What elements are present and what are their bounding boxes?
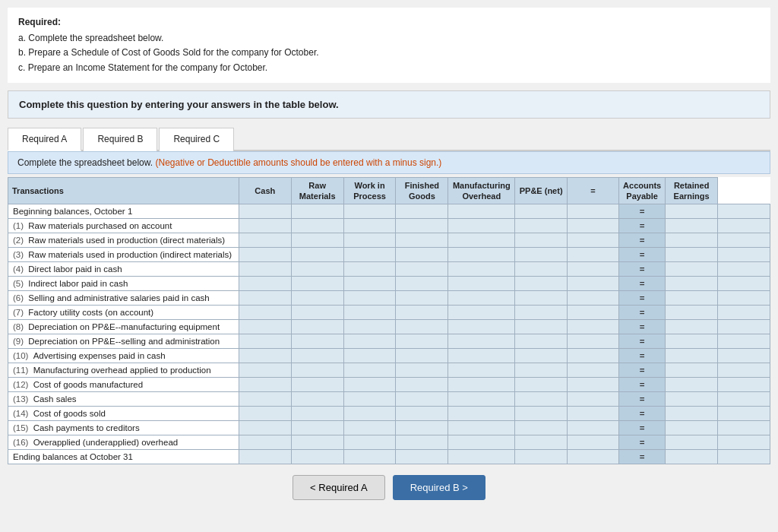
- finished-goods-cell[interactable]: [396, 219, 448, 233]
- raw-materials-cell[interactable]: [291, 334, 343, 349]
- accounts-payable-cell[interactable]: [666, 248, 718, 262]
- ppne-net-cell[interactable]: [568, 233, 619, 248]
- ppne-cell[interactable]: [515, 450, 568, 464]
- ppne-cell[interactable]: [515, 262, 568, 277]
- accounts-payable-cell[interactable]: [666, 277, 718, 291]
- manufacturing-overhead-cell[interactable]: [448, 363, 515, 378]
- finished-goods-cell[interactable]: [396, 233, 448, 248]
- ppne-net-cell[interactable]: [568, 435, 619, 450]
- cash-cell[interactable]: [239, 421, 291, 435]
- work-in-process-cell[interactable]: [343, 378, 396, 392]
- retained-earnings-cell[interactable]: [718, 450, 770, 464]
- finished-goods-cell[interactable]: [396, 277, 448, 291]
- accounts-payable-cell[interactable]: [666, 320, 718, 334]
- manufacturing-overhead-cell[interactable]: [448, 204, 515, 219]
- accounts-payable-cell[interactable]: [666, 219, 718, 233]
- raw-materials-cell[interactable]: [291, 421, 343, 435]
- work-in-process-cell[interactable]: [343, 262, 396, 277]
- work-in-process-cell[interactable]: [343, 363, 396, 378]
- retained-earnings-cell[interactable]: [718, 248, 770, 262]
- finished-goods-cell[interactable]: [396, 334, 448, 349]
- raw-materials-cell[interactable]: [291, 291, 343, 306]
- manufacturing-overhead-cell[interactable]: [448, 450, 515, 464]
- ppne-cell[interactable]: [515, 334, 568, 349]
- retained-earnings-cell[interactable]: [718, 363, 770, 378]
- accounts-payable-cell[interactable]: [666, 306, 718, 320]
- retained-earnings-cell[interactable]: [718, 378, 770, 392]
- ppne-cell[interactable]: [515, 421, 568, 435]
- manufacturing-overhead-cell[interactable]: [448, 233, 515, 248]
- work-in-process-cell[interactable]: [343, 407, 396, 421]
- ppne-net-cell[interactable]: [568, 306, 619, 320]
- work-in-process-cell[interactable]: [343, 277, 396, 291]
- ppne-cell[interactable]: [515, 233, 568, 248]
- raw-materials-cell[interactable]: [291, 233, 343, 248]
- ppne-cell[interactable]: [515, 435, 568, 450]
- ppne-cell[interactable]: [515, 320, 568, 334]
- raw-materials-cell[interactable]: [291, 262, 343, 277]
- manufacturing-overhead-cell[interactable]: [448, 407, 515, 421]
- tab-required-b[interactable]: Required B: [83, 128, 157, 151]
- raw-materials-cell[interactable]: [291, 219, 343, 233]
- raw-materials-cell[interactable]: [291, 450, 343, 464]
- manufacturing-overhead-cell[interactable]: [448, 421, 515, 435]
- accounts-payable-cell[interactable]: [666, 334, 718, 349]
- raw-materials-cell[interactable]: [291, 204, 343, 219]
- retained-earnings-cell[interactable]: [718, 277, 770, 291]
- retained-earnings-cell[interactable]: [718, 291, 770, 306]
- retained-earnings-cell[interactable]: [718, 262, 770, 277]
- retained-earnings-cell[interactable]: [718, 421, 770, 435]
- finished-goods-cell[interactable]: [396, 248, 448, 262]
- retained-earnings-cell[interactable]: [718, 349, 770, 363]
- finished-goods-cell[interactable]: [396, 392, 448, 407]
- work-in-process-cell[interactable]: [343, 219, 396, 233]
- raw-materials-cell[interactable]: [291, 363, 343, 378]
- manufacturing-overhead-cell[interactable]: [448, 291, 515, 306]
- ppne-net-cell[interactable]: [568, 320, 619, 334]
- retained-earnings-cell[interactable]: [718, 204, 770, 219]
- manufacturing-overhead-cell[interactable]: [448, 262, 515, 277]
- finished-goods-cell[interactable]: [396, 363, 448, 378]
- finished-goods-cell[interactable]: [396, 349, 448, 363]
- accounts-payable-cell[interactable]: [666, 262, 718, 277]
- retained-earnings-cell[interactable]: [718, 334, 770, 349]
- retained-earnings-cell[interactable]: [718, 407, 770, 421]
- ppne-net-cell[interactable]: [568, 363, 619, 378]
- cash-cell[interactable]: [239, 219, 291, 233]
- raw-materials-cell[interactable]: [291, 277, 343, 291]
- ppne-cell[interactable]: [515, 407, 568, 421]
- work-in-process-cell[interactable]: [343, 392, 396, 407]
- work-in-process-cell[interactable]: [343, 349, 396, 363]
- ppne-cell[interactable]: [515, 204, 568, 219]
- cash-cell[interactable]: [239, 450, 291, 464]
- ppne-net-cell[interactable]: [568, 450, 619, 464]
- cash-cell[interactable]: [239, 363, 291, 378]
- raw-materials-cell[interactable]: [291, 407, 343, 421]
- accounts-payable-cell[interactable]: [666, 378, 718, 392]
- ppne-net-cell[interactable]: [568, 349, 619, 363]
- accounts-payable-cell[interactable]: [666, 204, 718, 219]
- cash-cell[interactable]: [239, 378, 291, 392]
- accounts-payable-cell[interactable]: [666, 233, 718, 248]
- ppne-cell[interactable]: [515, 349, 568, 363]
- cash-cell[interactable]: [239, 233, 291, 248]
- accounts-payable-cell[interactable]: [666, 392, 718, 407]
- retained-earnings-cell[interactable]: [718, 233, 770, 248]
- cash-cell[interactable]: [239, 306, 291, 320]
- ppne-cell[interactable]: [515, 219, 568, 233]
- ppne-cell[interactable]: [515, 363, 568, 378]
- finished-goods-cell[interactable]: [396, 421, 448, 435]
- tab-required-c[interactable]: Required C: [159, 128, 234, 151]
- raw-materials-cell[interactable]: [291, 392, 343, 407]
- manufacturing-overhead-cell[interactable]: [448, 219, 515, 233]
- ppne-net-cell[interactable]: [568, 291, 619, 306]
- retained-earnings-cell[interactable]: [718, 320, 770, 334]
- work-in-process-cell[interactable]: [343, 306, 396, 320]
- raw-materials-cell[interactable]: [291, 378, 343, 392]
- cash-cell[interactable]: [239, 435, 291, 450]
- retained-earnings-cell[interactable]: [718, 219, 770, 233]
- finished-goods-cell[interactable]: [396, 291, 448, 306]
- cash-cell[interactable]: [239, 291, 291, 306]
- raw-materials-cell[interactable]: [291, 349, 343, 363]
- work-in-process-cell[interactable]: [343, 435, 396, 450]
